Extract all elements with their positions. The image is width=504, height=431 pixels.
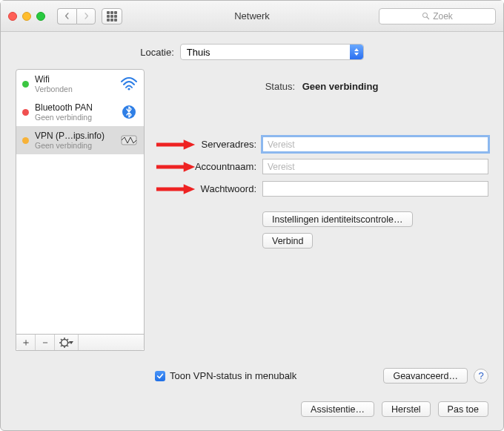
- grid-icon: [107, 11, 117, 22]
- nav-buttons: [57, 8, 96, 24]
- sidebar-item-name: VPN (P…ips.info): [35, 131, 114, 141]
- sidebar-item-name: Wifi: [35, 74, 114, 85]
- chevron-updown-icon: [350, 45, 363, 59]
- body: Wifi Verbonden Bluetooth PAN Geen verbin…: [1, 69, 503, 394]
- minimize-icon[interactable]: [22, 12, 31, 21]
- sidebar-item-sub: Geen verbinding: [35, 113, 114, 122]
- svg-point-2: [127, 88, 130, 90]
- checkbox-icon: [155, 371, 165, 381]
- sidebar-item-name: Bluetooth PAN: [35, 102, 114, 113]
- location-row: Locatie: Thuis: [1, 32, 503, 69]
- sidebar-item-bluetooth[interactable]: Bluetooth PAN Geen verbinding: [16, 98, 144, 126]
- sidebar-item-text: Wifi Verbonden: [35, 74, 114, 93]
- search-placeholder: Zoek: [433, 11, 453, 22]
- service-list: Wifi Verbonden Bluetooth PAN Geen verbin…: [16, 70, 144, 334]
- sidebar-wrap: Wifi Verbonden Bluetooth PAN Geen verbin…: [16, 69, 145, 394]
- arrow-icon: [155, 182, 198, 196]
- service-actions-button[interactable]: [55, 335, 79, 350]
- show-all-button[interactable]: [102, 8, 122, 24]
- close-icon[interactable]: [8, 12, 17, 21]
- zoom-icon[interactable]: [36, 12, 45, 21]
- row-password: Wachtwoord:: [155, 181, 488, 197]
- row-server: Serveradres:: [155, 136, 488, 152]
- password-input[interactable]: [262, 181, 488, 197]
- status-dot-icon: [22, 109, 29, 116]
- svg-line-11: [67, 345, 68, 346]
- account-input[interactable]: [262, 159, 488, 174]
- traffic-lights: [8, 12, 45, 21]
- status-label: Status:: [265, 81, 295, 92]
- sidebar-item-text: VPN (P…ips.info) Geen verbinding: [35, 131, 114, 150]
- advanced-button[interactable]: Geavanceerd…: [383, 368, 468, 384]
- vpn-icon: [120, 134, 138, 147]
- footer: Assistentie… Herstel Pas toe: [1, 401, 503, 430]
- status-row: Status: Geen verbinding: [155, 81, 488, 92]
- assist-button[interactable]: Assistentie…: [301, 401, 374, 417]
- sidebar-footer: ＋ －: [16, 334, 144, 350]
- arrow-icon: [155, 160, 198, 174]
- sidebar-item-sub: Geen verbinding: [35, 141, 114, 150]
- search-icon: [422, 12, 430, 20]
- detail-pane: Status: Geen verbinding Serveradres: Acc…: [155, 69, 488, 394]
- arrow-icon: [155, 138, 198, 151]
- search-input[interactable]: Zoek: [379, 8, 496, 24]
- status-dot-icon: [22, 137, 29, 144]
- svg-line-10: [61, 339, 62, 340]
- status-dot-icon: [22, 81, 29, 88]
- remove-service-button[interactable]: －: [36, 335, 55, 350]
- action-buttons: Instellingen identiteitscontrole… Verbin…: [262, 211, 488, 249]
- sidebar-item-wifi[interactable]: Wifi Verbonden: [16, 70, 144, 98]
- location-value: Thuis: [187, 47, 210, 58]
- apply-button[interactable]: Pas toe: [438, 401, 488, 417]
- sidebar-item-sub: Verbonden: [35, 85, 114, 93]
- show-vpn-status-checkbox[interactable]: Toon VPN-status in menubalk: [155, 370, 296, 381]
- sidebar-item-vpn[interactable]: VPN (P…ips.info) Geen verbinding: [16, 126, 144, 154]
- sidebar-item-text: Bluetooth PAN Geen verbinding: [35, 102, 114, 122]
- add-service-button[interactable]: ＋: [16, 335, 36, 350]
- svg-line-13: [67, 339, 68, 340]
- prefs-window: Netwerk Zoek Locatie: Thuis Wifi Verb: [0, 0, 504, 431]
- titlebar: Netwerk Zoek: [1, 1, 503, 32]
- forward-button[interactable]: [76, 8, 96, 24]
- bluetooth-icon: [120, 105, 138, 119]
- svg-line-1: [427, 17, 429, 19]
- back-button[interactable]: [57, 8, 76, 24]
- status-value: Geen verbinding: [302, 81, 379, 92]
- svg-line-12: [61, 345, 62, 346]
- svg-point-5: [61, 339, 67, 346]
- checkbox-label: Toon VPN-status in menubalk: [170, 370, 296, 381]
- server-input[interactable]: [262, 136, 488, 152]
- location-select[interactable]: Thuis: [180, 44, 364, 60]
- connect-button[interactable]: Verbind: [262, 233, 313, 249]
- wifi-icon: [120, 77, 138, 91]
- row-account: Accountnaam:: [155, 159, 488, 174]
- sidebar: Wifi Verbonden Bluetooth PAN Geen verbin…: [16, 69, 145, 351]
- revert-button[interactable]: Herstel: [382, 401, 431, 417]
- help-button[interactable]: ?: [474, 369, 488, 384]
- bottom-row: Toon VPN-status in menubalk Geavanceerd……: [155, 368, 488, 384]
- location-label: Locatie:: [140, 47, 174, 58]
- auth-settings-button[interactable]: Instellingen identiteitscontrole…: [262, 211, 413, 227]
